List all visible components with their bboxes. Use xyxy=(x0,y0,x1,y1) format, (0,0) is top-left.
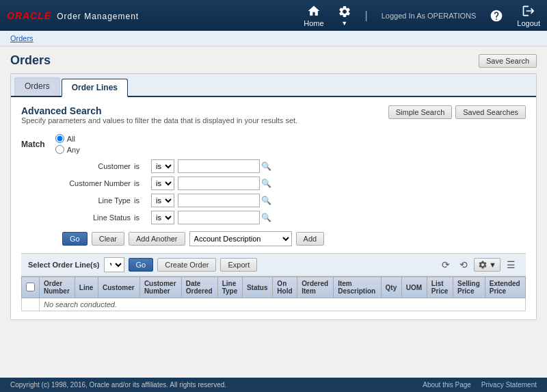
help-icon xyxy=(490,9,503,23)
logged-in-label: Logged In As OPERATIONS xyxy=(382,12,477,20)
results-go-button[interactable]: Go xyxy=(129,258,154,272)
customer-operator-select[interactable]: is xyxy=(151,159,174,173)
settings-nav-item[interactable]: ▼ xyxy=(338,5,351,27)
gear-dropdown-arrow: ▼ xyxy=(489,261,496,269)
saved-searches-button[interactable]: Saved Searches xyxy=(455,105,526,119)
table-header-row: OrderNumber Line Customer CustomerNumber… xyxy=(22,277,526,298)
columns-icon[interactable]: ☰ xyxy=(503,257,519,272)
tab-order-lines[interactable]: Order Lines xyxy=(62,79,128,97)
header-nav: Home ▼ | Logged In As OPERATIONS Logout xyxy=(304,4,540,27)
results-table-body: No search conducted. xyxy=(22,298,526,311)
col-date-ordered: DateOrdered xyxy=(181,277,217,298)
checkbox-col-header xyxy=(22,277,40,298)
gear-dropdown[interactable]: ▼ xyxy=(474,258,501,272)
field-row-customer: Customer is is 🔍 xyxy=(62,159,526,173)
line-type-operator-select[interactable]: is xyxy=(151,194,174,207)
home-label: Home xyxy=(304,19,323,27)
page-title: Orders xyxy=(10,53,51,68)
field-op-customer: is xyxy=(134,162,148,170)
no-results-checkbox-cell xyxy=(22,298,40,311)
clear-button[interactable]: Clear xyxy=(92,232,124,246)
customer-input-wrap: 🔍 xyxy=(178,159,271,173)
breadcrumb-orders[interactable]: Orders xyxy=(10,34,34,42)
field-row-customer-number: Customer Number is is 🔍 xyxy=(62,177,526,190)
col-on-hold: OnHold xyxy=(273,277,297,298)
order-lines-select-dropdown[interactable]: ▼ xyxy=(104,257,124,272)
customer-search-icon[interactable]: 🔍 xyxy=(261,161,271,171)
results-table: OrderNumber Line Customer CustomerNumber… xyxy=(21,276,526,311)
gear-icon-small xyxy=(478,260,488,270)
field-op-line-status: is xyxy=(134,213,148,222)
simple-search-button[interactable]: Simple Search xyxy=(388,105,453,119)
section-desc: Specify parameters and values to filter … xyxy=(21,116,297,125)
home-nav-item[interactable]: Home xyxy=(304,4,323,27)
refresh-icon[interactable]: ⟳ xyxy=(438,257,453,272)
customer-number-operator-select[interactable]: is xyxy=(151,177,174,190)
col-customer-number: CustomerNumber xyxy=(139,277,181,298)
tabs-bar: Orders Order Lines xyxy=(11,74,536,97)
section-title: Advanced Search xyxy=(21,105,297,116)
col-uom: UOM xyxy=(401,277,427,298)
line-type-input[interactable] xyxy=(178,194,260,207)
main-content: Orders Save Search Orders Order Lines Ad… xyxy=(0,47,547,375)
col-status: Status xyxy=(242,277,272,298)
no-results-row: No search conducted. xyxy=(22,298,526,311)
save-search-button[interactable]: Save Search xyxy=(479,54,537,68)
line-type-input-wrap: 🔍 xyxy=(178,194,271,207)
results-toolbar: Select Order Line(s) ▼ Go Create Order E… xyxy=(21,253,526,276)
col-selling-price: SellingPrice xyxy=(453,277,485,298)
toolbar-icons: ⟳ ⟲ ▼ ☰ xyxy=(438,257,519,272)
match-any-option[interactable]: Any xyxy=(55,145,80,154)
col-item-description: ItemDescription xyxy=(334,277,381,298)
go-search-button[interactable]: Go xyxy=(62,232,88,246)
match-all-radio[interactable] xyxy=(55,134,64,143)
col-line-type: LineType xyxy=(217,277,242,298)
page-header: Orders Save Search xyxy=(10,53,537,68)
add-button[interactable]: Add xyxy=(296,232,325,246)
match-all-option[interactable]: All xyxy=(55,134,80,143)
search-section-header: Advanced Search Specify parameters and v… xyxy=(21,105,526,130)
select-all-checkbox[interactable] xyxy=(26,283,35,291)
col-order-number: OrderNumber xyxy=(40,277,75,298)
field-row-line-status: Line Status is is 🔍 xyxy=(62,211,526,224)
line-status-input[interactable] xyxy=(178,211,260,224)
field-row-line-type: Line Type is is 🔍 xyxy=(62,194,526,207)
tab-orders[interactable]: Orders xyxy=(14,77,60,96)
col-line: Line xyxy=(75,277,98,298)
header-separator: | xyxy=(365,10,368,22)
col-extended-price: ExtendedPrice xyxy=(485,277,525,298)
logout-label: Logout xyxy=(517,19,540,27)
line-status-search-icon[interactable]: 🔍 xyxy=(261,213,271,222)
customer-number-search-icon[interactable]: 🔍 xyxy=(261,179,271,188)
add-another-button[interactable]: Add Another xyxy=(129,232,185,246)
header: ORACLEOrder Management Home ▼ | Logged I… xyxy=(0,0,547,31)
help-nav-item[interactable] xyxy=(490,9,503,23)
customer-input[interactable] xyxy=(178,159,260,173)
app-name: Order Management xyxy=(57,12,139,21)
breadcrumb: Orders xyxy=(0,31,547,47)
logout-nav-item[interactable]: Logout xyxy=(517,4,540,27)
field-label-line-type: Line Type xyxy=(62,196,131,205)
line-type-search-icon[interactable]: 🔍 xyxy=(261,196,271,205)
col-ordered-item: OrderedItem xyxy=(297,277,334,298)
line-status-operator-select[interactable]: is xyxy=(151,211,174,224)
account-desc-select[interactable]: Account Description xyxy=(189,231,292,246)
create-order-button[interactable]: Create Order xyxy=(157,258,216,272)
home-icon xyxy=(307,4,321,18)
customer-number-input[interactable] xyxy=(178,177,260,190)
logout-icon xyxy=(522,4,535,18)
export-button[interactable]: Export xyxy=(220,258,257,272)
select-order-lines-label: Select Order Line(s) xyxy=(28,261,100,269)
match-any-radio[interactable] xyxy=(55,145,64,154)
settings-label: ▼ xyxy=(341,20,347,27)
sync-icon[interactable]: ⟲ xyxy=(456,257,471,272)
results-table-head: OrderNumber Line Customer CustomerNumber… xyxy=(22,277,526,298)
match-any-label: Any xyxy=(67,146,80,154)
field-label-line-status: Line Status xyxy=(62,213,131,222)
section-title-group: Advanced Search Specify parameters and v… xyxy=(21,105,297,130)
col-qty: Qty xyxy=(381,277,401,298)
match-label: Match xyxy=(21,140,45,149)
line-status-input-wrap: 🔍 xyxy=(178,211,271,224)
match-radio-group: All Any xyxy=(55,134,80,154)
customer-number-input-wrap: 🔍 xyxy=(178,177,271,190)
